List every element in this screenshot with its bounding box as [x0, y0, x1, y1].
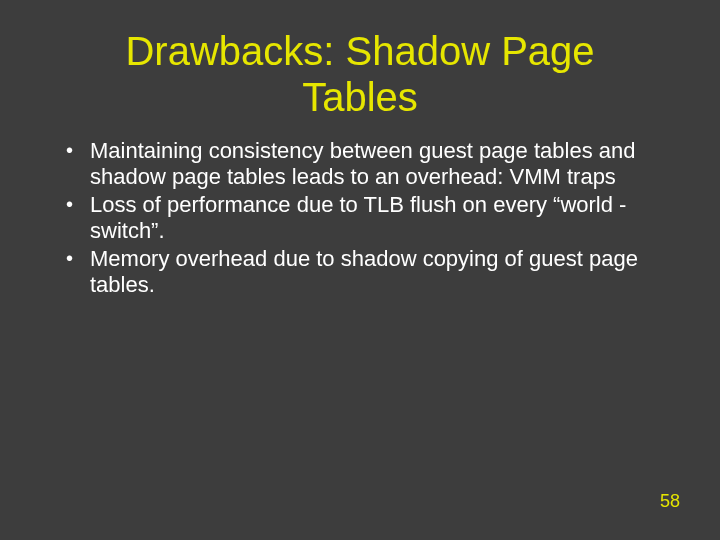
- list-item: Maintaining consistency between guest pa…: [60, 138, 660, 190]
- title-line-2: Tables: [302, 75, 418, 119]
- list-item: Memory overhead due to shadow copying of…: [60, 246, 660, 298]
- list-item: Loss of performance due to TLB flush on …: [60, 192, 660, 244]
- slide: Drawbacks: Shadow Page Tables Maintainin…: [0, 0, 720, 540]
- slide-body: Maintaining consistency between guest pa…: [0, 120, 720, 298]
- page-number: 58: [660, 491, 680, 512]
- bullet-list: Maintaining consistency between guest pa…: [60, 138, 660, 298]
- title-line-1: Drawbacks: Shadow Page: [125, 29, 594, 73]
- bullet-text: Loss of performance due to TLB flush on …: [90, 192, 626, 243]
- slide-title: Drawbacks: Shadow Page Tables: [0, 0, 720, 120]
- bullet-text: Maintaining consistency between guest pa…: [90, 138, 635, 189]
- bullet-text: Memory overhead due to shadow copying of…: [90, 246, 638, 297]
